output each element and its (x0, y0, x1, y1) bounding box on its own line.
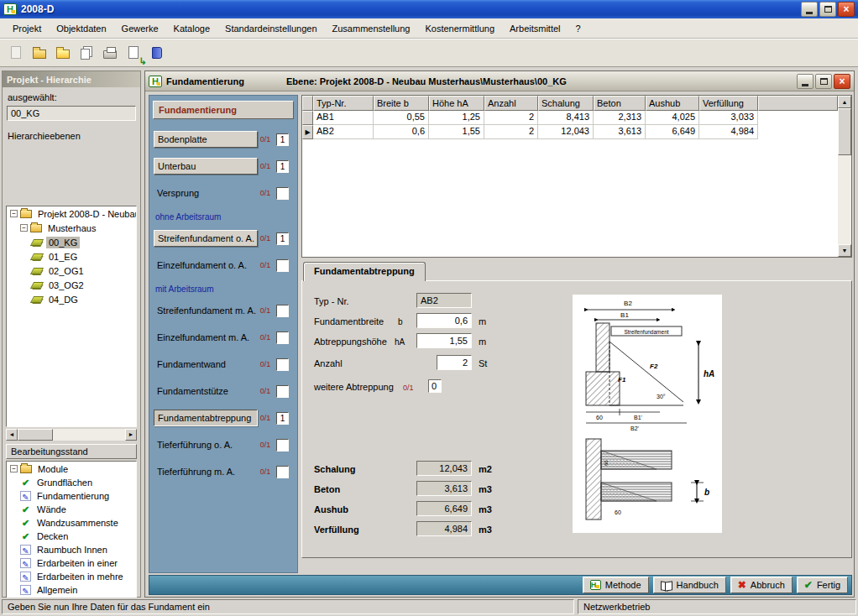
collapse-icon[interactable] (10, 465, 18, 472)
column-header[interactable]: Breite b (374, 96, 429, 111)
print-icon[interactable] (99, 42, 121, 64)
sidebar-item[interactable]: Fundamentwand 0/1 (154, 356, 293, 373)
column-header[interactable]: Schalung (538, 96, 594, 111)
anzahl-input[interactable]: 2 (437, 355, 472, 370)
open-icon[interactable] (29, 42, 50, 64)
breite-input[interactable]: 0,6 (416, 313, 472, 328)
module-item[interactable]: Allgemein (7, 583, 136, 597)
collapse-icon[interactable] (10, 210, 18, 217)
column-header[interactable]: Beton (594, 96, 646, 111)
module-item[interactable]: Fundamentierung (7, 489, 136, 503)
sidebar-item[interactable]: ohne Arbeitsraum (154, 211, 293, 222)
tree-item-floor[interactable]: 04_DG (7, 292, 136, 306)
sidebar-item-count-box[interactable] (276, 259, 289, 272)
scroll-right-icon[interactable]: ► (125, 429, 137, 441)
sidebar-item[interactable]: Versprung 0/1 (154, 185, 293, 201)
table-row[interactable]: ▶ AB2 0,6 1,55 2 12,043 3,613 6,649 4,98… (302, 125, 838, 139)
tree-item-floor[interactable]: 01_EG (7, 249, 136, 264)
copy-icon[interactable] (76, 42, 97, 64)
scroll-down-icon[interactable]: ▼ (838, 244, 851, 257)
weitere-input[interactable]: 0 (428, 379, 442, 393)
menu-item[interactable]: ? (568, 20, 589, 37)
window-caption[interactable]: H Fundamentierung Ebene: Projekt 2008-D … (145, 71, 854, 91)
scroll-thumb[interactable] (838, 108, 851, 155)
sidebar-item-count-box[interactable]: 1 (276, 160, 289, 173)
scroll-up-icon[interactable]: ▲ (838, 96, 851, 108)
methode-button[interactable]: H Methode (583, 577, 649, 593)
new-document-icon[interactable] (5, 42, 27, 64)
maximize-button[interactable] (819, 2, 836, 17)
tab-fundamentabtreppung[interactable]: Fundamentabtreppung (303, 262, 426, 281)
sidebar-item-count-box[interactable] (276, 466, 289, 478)
sidebar-item[interactable]: Bodenplatte 0/1 1 (154, 131, 293, 148)
module-item[interactable]: Wandzusammenste (7, 516, 136, 530)
column-header[interactable]: Höhe hA (429, 96, 484, 111)
sidebar-item[interactable]: Fundamentabtreppung 0/1 1 (154, 410, 293, 426)
sidebar-item-count-box[interactable]: 1 (276, 412, 289, 425)
sidebar-item[interactable]: Tieferführung o. A. 0/1 (154, 436, 293, 453)
exit-icon[interactable] (146, 42, 168, 64)
close-button[interactable]: × (838, 2, 855, 17)
column-header[interactable]: Anzahl (484, 96, 538, 111)
menu-item[interactable]: Kataloge (166, 20, 217, 37)
sidebar-item-count-box[interactable]: 1 (276, 133, 289, 146)
sidebar-item-count-box[interactable] (276, 358, 289, 371)
table-vscrollbar[interactable]: ▲ ▼ (838, 96, 851, 257)
minimize-button[interactable] (801, 2, 818, 17)
status-message: Geben Sie nun Ihre Daten für das Fundame… (2, 599, 574, 614)
hierarchy-panel-caption[interactable]: Projekt - Hierarchie (3, 71, 140, 87)
hierarchy-hscrollbar[interactable]: ◄ ► (6, 429, 137, 441)
module-item[interactable]: Erdarbeiten in einer (7, 556, 136, 570)
tree-item-floor[interactable]: 02_OG1 (7, 264, 136, 278)
sidebar-item-count-box[interactable] (276, 187, 289, 200)
collapse-icon[interactable] (20, 224, 28, 232)
close-button[interactable]: × (834, 74, 850, 89)
column-header[interactable]: Aushub (646, 96, 699, 111)
module-item[interactable]: Erdarbeiten in mehre (7, 570, 136, 583)
tree-item-building[interactable]: Musterhaus (7, 221, 136, 235)
fertig-button[interactable]: ✔ Fertig (797, 577, 848, 593)
minimize-button[interactable] (797, 74, 814, 89)
menu-item[interactable]: Objektdaten (49, 20, 113, 37)
module-item[interactable]: Raumbuch Innen (7, 543, 136, 556)
sidebar-item[interactable]: Fundamentstütze 0/1 (154, 383, 293, 399)
sidebar-item[interactable]: Einzelfundament o. A. 0/1 (154, 257, 293, 274)
hoehe-input[interactable]: 1,55 (416, 333, 472, 348)
sidebar-item-count-box[interactable] (276, 385, 289, 398)
column-header[interactable]: Verfüllung (699, 96, 758, 111)
table-row[interactable]: AB1 0,55 1,25 2 8,413 2,313 4,025 3,033 (302, 111, 838, 125)
sidebar-item-count-box[interactable] (276, 439, 289, 452)
menu-item[interactable]: Standardeinstellungen (217, 20, 324, 37)
folder-icon[interactable] (52, 42, 74, 64)
module-item[interactable]: Decken (7, 530, 136, 543)
handbuch-button[interactable]: Handbuch (653, 577, 726, 593)
scroll-left-icon[interactable]: ◄ (6, 429, 18, 441)
sidebar-item[interactable]: Streifenfundament o. A. 0/1 1 (154, 230, 293, 247)
tree-item-floor[interactable]: 00_KG (7, 235, 136, 249)
maximize-button[interactable] (815, 74, 832, 89)
sidebar-item[interactable]: Unterbau 0/1 1 (154, 158, 293, 175)
menu-item[interactable]: Gewerke (114, 20, 166, 37)
sidebar-item-count-box[interactable] (276, 331, 289, 344)
abbruch-button[interactable]: ✖ Abbruch (730, 577, 793, 593)
tree-item-module-root[interactable]: Module (7, 462, 136, 476)
module-item[interactable]: Grundflächen (7, 476, 136, 489)
sidebar-item-count-box[interactable]: 1 (276, 232, 289, 245)
menu-item[interactable]: Projekt (5, 20, 49, 37)
sidebar-item[interactable]: mit Arbeitsraum (154, 284, 293, 295)
module-item[interactable]: Wände (7, 503, 136, 516)
sidebar-item-label: mit Arbeitsraum (154, 285, 258, 294)
sidebar-item-count-box[interactable] (276, 305, 289, 317)
column-header[interactable]: Typ-Nr. (313, 96, 374, 111)
tree-item-project[interactable]: Projekt 2008-D - Neubau (7, 206, 136, 221)
tree-item-floor[interactable]: 03_OG2 (7, 278, 136, 292)
sidebar-item[interactable]: Tieferführung m. A. 0/1 (154, 463, 293, 480)
menu-item[interactable]: Zusammenstellung (325, 20, 418, 37)
export-icon[interactable]: ↳ (123, 42, 144, 64)
sidebar-item[interactable]: Streifenfundament m. A. 0/1 (154, 302, 293, 319)
scroll-thumb[interactable] (18, 429, 53, 441)
sidebar-item[interactable]: Einzelfundament m. A. 0/1 (154, 329, 293, 346)
menu-item[interactable]: Arbeitsmittel (502, 20, 568, 37)
typ-input[interactable]: AB2 (416, 293, 472, 308)
menu-item[interactable]: Kostenermittlung (417, 20, 502, 37)
